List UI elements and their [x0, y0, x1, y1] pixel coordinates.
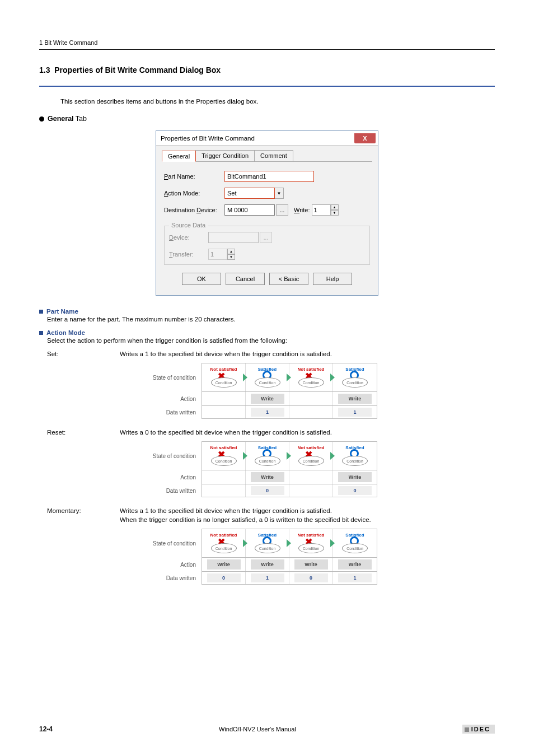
sd-rest: evice: [174, 234, 190, 241]
basic-button[interactable]: < Basic [269, 273, 308, 285]
state-shape: ✖Condition [298, 451, 324, 466]
action-box: Write [251, 559, 284, 570]
tab-comment[interactable]: Comment [254, 150, 293, 161]
part-name-item-head: Part Name [39, 308, 495, 315]
action-mode-item-desc: Select the action to perform when the tr… [47, 337, 495, 344]
diagram-action-label: Action [129, 396, 202, 402]
set-term: Set: [47, 351, 120, 357]
data-value: 0 [251, 486, 284, 495]
help-button[interactable]: Help [313, 273, 352, 285]
transfer-spinner: ▲▼ [227, 249, 235, 260]
write-rest: rite: [299, 207, 310, 213]
diagram-data-label: Data written [129, 409, 202, 416]
state-shape: ✖Condition [211, 373, 237, 388]
state-shape: ✖Condition [298, 373, 324, 388]
dest-device-browse-button[interactable]: ... [276, 204, 288, 216]
spinner-down-icon[interactable]: ▼ [331, 210, 339, 216]
general-label: General [48, 115, 74, 123]
dest-device-label: Destination Device: [164, 207, 224, 213]
action-mode-head-text: Action Mode [46, 329, 85, 336]
condition-oval: Condition [211, 456, 237, 466]
diagram-state-row: Not satisfied ✖Condition Satisfied Condi… [202, 529, 377, 558]
reset-desc: Writes a 0 to the specified bit device w… [120, 429, 495, 436]
diagram-action-row: WriteWriteWriteWrite [202, 558, 377, 572]
tab-suffix: Tab [74, 115, 87, 123]
condition-oval: Condition [211, 543, 237, 553]
action-box: Write [251, 472, 284, 482]
write-spinner[interactable]: ▲▼ [331, 204, 339, 216]
dest-device-input[interactable] [224, 204, 275, 216]
data-value: 0 [294, 573, 328, 582]
action-cell: Write [333, 470, 377, 484]
square-bullet-icon [39, 331, 43, 335]
data-cell: 0 [246, 484, 289, 497]
running-header: 1 Bit Write Command [39, 39, 495, 46]
spinner-up-icon: ▲ [227, 249, 235, 254]
diagram-data-row: 0101 [202, 572, 377, 585]
action-cell: Write [246, 558, 289, 571]
diagram-state-label: State of condition [129, 375, 202, 381]
state-cell: Not satisfied ✖Condition [289, 363, 333, 391]
state-cell: Satisfied Condition [333, 442, 377, 470]
part-name-head-text: Part Name [46, 308, 78, 315]
condition-oval: Condition [255, 543, 280, 553]
momentary-desc-2: When the trigger condition is no longer … [120, 516, 495, 523]
general-tab-heading: General Tab [39, 115, 495, 123]
chevron-down-icon[interactable]: ▼ [275, 188, 284, 199]
condition-oval: Condition [211, 377, 237, 388]
properties-dialog: Properties of Bit Write Command X Genera… [156, 130, 378, 296]
page-number: 12-4 [39, 725, 53, 733]
data-cell: 0 [333, 484, 377, 497]
dialog-tabs: General Trigger Condition Comment [162, 150, 372, 162]
ok-button[interactable]: OK [182, 273, 221, 285]
section-title-text: Properties of Bit Write Command Dialog B… [54, 66, 221, 74]
action-cell: Write [289, 558, 333, 571]
cancel-button[interactable]: Cancel [226, 273, 265, 285]
spinner-up-icon[interactable]: ▲ [331, 204, 339, 210]
part-name-label-rest: art Name: [168, 173, 195, 180]
write-value-input[interactable] [312, 204, 331, 216]
diagram-state-label: State of condition [129, 453, 202, 459]
action-mode-label: Action Mode: [164, 190, 224, 197]
diagram-action-row: WriteWrite [202, 470, 377, 484]
action-cell [202, 392, 246, 405]
part-name-item-desc: Enter a name for the part. The maximum n… [47, 316, 495, 323]
source-data-group: Source Data Device: ... Transfer: ▲▼ [164, 226, 370, 265]
action-cell: Write [246, 470, 289, 484]
data-cell: 0 [289, 572, 333, 584]
condition-oval: Condition [298, 377, 324, 388]
data-cell [202, 484, 246, 497]
action-mode-item-head: Action Mode [39, 329, 495, 336]
state-cell: Satisfied Condition [333, 363, 377, 391]
action-cell [289, 470, 333, 484]
write-label: Write: [294, 207, 310, 213]
action-box: Write [251, 394, 284, 404]
state-cell: Not satisfied ✖Condition [289, 529, 333, 557]
source-data-title: Source Data [169, 222, 208, 228]
condition-oval: Condition [342, 456, 368, 466]
tab-general[interactable]: General [162, 151, 196, 162]
action-mode-select[interactable] [224, 188, 275, 199]
close-button[interactable]: X [354, 133, 376, 143]
action-box: Write [338, 559, 372, 570]
data-value: 1 [251, 408, 284, 417]
diagram-state-label: State of condition [129, 540, 202, 547]
source-device-input [208, 232, 259, 243]
arrow-right-icon [330, 374, 335, 381]
state-cell: Satisfied Condition [246, 442, 289, 470]
tr-rest: ransfer: [172, 251, 193, 258]
tab-trigger-condition[interactable]: Trigger Condition [195, 150, 255, 161]
transfer-input [208, 249, 227, 260]
part-name-input[interactable] [224, 171, 314, 182]
spinner-down-icon: ▼ [227, 254, 235, 260]
header-rule [39, 49, 495, 50]
section-title: 1.3 Properties of Bit Write Command Dial… [39, 66, 495, 74]
data-value: 1 [251, 573, 284, 582]
data-value: 1 [338, 408, 372, 417]
diagram-action-label: Action [129, 562, 202, 568]
condition-oval: Condition [298, 456, 324, 466]
state-shape: Condition [342, 539, 368, 553]
data-cell: 1 [246, 572, 289, 584]
state-shape: ✖Condition [211, 451, 237, 466]
state-cell: Not satisfied ✖Condition [202, 442, 246, 470]
